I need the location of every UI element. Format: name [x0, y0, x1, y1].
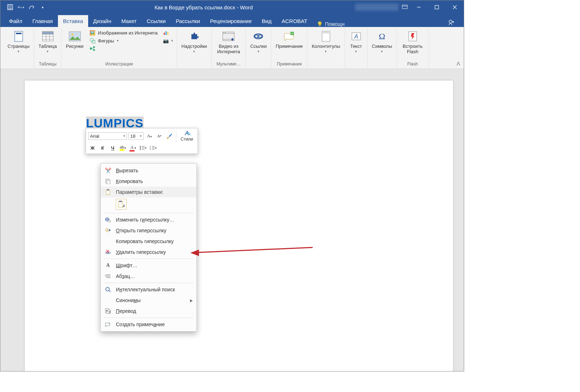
ctx-open-hyperlink[interactable]: Открыть гиперссылку	[101, 225, 196, 236]
collapse-ribbon-button[interactable]: ᐱ	[457, 61, 460, 67]
minimize-button[interactable]	[410, 0, 428, 14]
addins-button[interactable]: Надстройки ▾	[179, 29, 209, 54]
ctx-copy-label: Копировать	[116, 178, 143, 184]
smartart-icon	[89, 45, 96, 52]
headers-button[interactable]: Колонтитулы ▾	[309, 29, 342, 54]
group-media: Видео из Интернета Мультиме…	[212, 28, 246, 69]
tab-references[interactable]: Ссылки	[142, 15, 171, 27]
screenshot-button[interactable]: 📷▾	[161, 37, 175, 44]
document-area[interactable]: Arial▾ 18▾ A▴ A▾ 🖌️ A✎ Стили Ж К	[0, 69, 464, 371]
ctx-synonyms[interactable]: Синонимы▶	[101, 295, 196, 306]
smartart-button[interactable]	[88, 45, 159, 52]
svg-rect-33	[322, 31, 330, 33]
svg-rect-20	[164, 33, 165, 35]
svg-rect-2	[8, 8, 12, 9]
group-addins: Надстройки ▾	[177, 28, 212, 69]
ribbon-display-options-icon[interactable]	[402, 4, 408, 10]
symbols-button[interactable]: Ω Символы ▾	[370, 29, 394, 54]
pages-button[interactable]: Страницы ▾	[5, 29, 32, 54]
styles-label: Стили	[181, 137, 193, 142]
ctx-font[interactable]: AШрифт…	[101, 260, 196, 271]
annotation-arrow	[190, 246, 313, 257]
ctx-edit-link-label: Изменить гиперссылку…	[116, 217, 175, 223]
illustrations-stack2: 📷▾	[161, 29, 175, 44]
numbering-button[interactable]: 123▾	[149, 143, 157, 152]
share-icon[interactable]	[448, 19, 455, 27]
italic-button[interactable]: К	[98, 143, 107, 152]
table-label: Таблица	[38, 44, 57, 49]
ctx-copy-link-label: Копировать гиперссылку	[116, 238, 174, 244]
ctx-remove-link-label: Удалить гиперссылку	[116, 249, 166, 255]
font-family-select[interactable]: Arial▾	[88, 132, 127, 140]
tab-acrobat[interactable]: ACROBAT	[277, 15, 312, 27]
tab-design[interactable]: Дизайн	[88, 15, 116, 27]
group-symbols: Ω Символы ▾	[368, 28, 397, 69]
chart-icon	[163, 29, 169, 36]
bullets-button[interactable]: ▾	[139, 143, 147, 152]
online-pictures-label: Изображения из Интернета	[98, 30, 158, 36]
comments-group-label: Примечания	[277, 61, 302, 68]
redo-icon[interactable]	[28, 4, 35, 10]
ctx-smart-lookup[interactable]: Интеллектуальный поиск	[101, 284, 196, 295]
tell-me[interactable]: 💡 Помощн	[312, 21, 349, 27]
paste-keep-text-button[interactable]: A	[116, 199, 127, 210]
page[interactable]: Arial▾ 18▾ A▴ A▾ 🖌️ A✎ Стили Ж К	[25, 81, 453, 371]
highlight-button[interactable]: ab▾	[118, 143, 127, 152]
addins-label: Надстройки	[181, 44, 207, 49]
ctx-cut[interactable]: ✂️Вырезать	[101, 165, 196, 176]
shapes-button[interactable]: Фигуры▾	[88, 37, 159, 44]
chart-button[interactable]	[161, 29, 175, 36]
tab-layout[interactable]: Макет	[116, 15, 141, 27]
styles-button[interactable]: A✎ Стили	[178, 130, 195, 142]
close-button[interactable]	[446, 0, 464, 14]
comment-button[interactable]: Примечание	[273, 29, 305, 50]
svg-text:A: A	[123, 204, 125, 208]
font-color-button[interactable]: A▾	[128, 143, 137, 152]
save-icon[interactable]	[7, 4, 13, 10]
illustrations-stack: 🖼️Изображения из Интернета Фигуры▾	[88, 29, 159, 52]
chevron-down-icon: ▾	[47, 50, 49, 53]
ctx-translate[interactable]: a文Перевод	[101, 306, 196, 316]
undo-icon[interactable]: ▾	[18, 4, 24, 10]
text-label: Текст	[350, 44, 362, 49]
video-icon	[222, 30, 235, 43]
tab-review[interactable]: Рецензирование	[205, 15, 257, 27]
headers-label: Колонтитулы	[312, 44, 340, 49]
pictures-button[interactable]: Рисунки	[64, 29, 86, 50]
separator	[104, 213, 194, 213]
maximize-button[interactable]	[428, 0, 446, 14]
ctx-new-comment[interactable]: Создать примечание	[101, 319, 196, 330]
tab-file[interactable]: Файл	[4, 15, 27, 27]
shrink-font-button[interactable]: A▾	[155, 132, 164, 140]
online-pictures-button[interactable]: 🖼️Изображения из Интернета	[88, 29, 159, 36]
shapes-label: Фигуры	[98, 38, 114, 44]
ctx-copy[interactable]: Копировать	[101, 176, 196, 187]
svg-point-27	[254, 34, 263, 39]
pages-label: Страницы	[8, 44, 30, 49]
ctx-edit-hyperlink[interactable]: Изменить гиперссылку…	[101, 214, 196, 225]
qat-customize-icon[interactable]: ▾	[39, 4, 46, 10]
group-text: A Текст ▾	[345, 28, 368, 69]
group-label-empty2	[194, 61, 195, 68]
ctx-paragraph[interactable]: Абзац…	[101, 271, 196, 282]
text-button[interactable]: A Текст ▾	[347, 29, 365, 54]
online-video-button[interactable]: Видео из Интернета	[214, 29, 243, 55]
table-button[interactable]: Таблица ▾	[36, 29, 59, 54]
font-size-select[interactable]: 18▾	[128, 132, 144, 140]
underline-button[interactable]: Ч	[108, 143, 117, 152]
bold-button[interactable]: Ж	[88, 143, 97, 152]
ctx-remove-hyperlink[interactable]: Удалить гиперссылку	[101, 247, 196, 257]
grow-font-button[interactable]: A▴	[145, 132, 154, 140]
media-group-label: Мультиме…	[217, 61, 241, 68]
links-button[interactable]: Ссылки ▾	[248, 29, 269, 54]
tab-home[interactable]: Главная	[27, 15, 58, 27]
chevron-down-icon: ▾	[258, 50, 259, 53]
tab-insert[interactable]: Вставка	[58, 15, 88, 27]
flash-button[interactable]: Встроить Flash	[399, 29, 426, 55]
font-size-value: 18	[130, 133, 135, 139]
tab-mailings[interactable]: Рассылки	[171, 15, 205, 27]
format-painter-button[interactable]: 🖌️	[165, 132, 174, 140]
ctx-copy-hyperlink[interactable]: Копировать гиперссылку	[101, 236, 196, 247]
tell-me-label: Помощн	[325, 21, 345, 27]
tab-view[interactable]: Вид	[257, 15, 277, 27]
